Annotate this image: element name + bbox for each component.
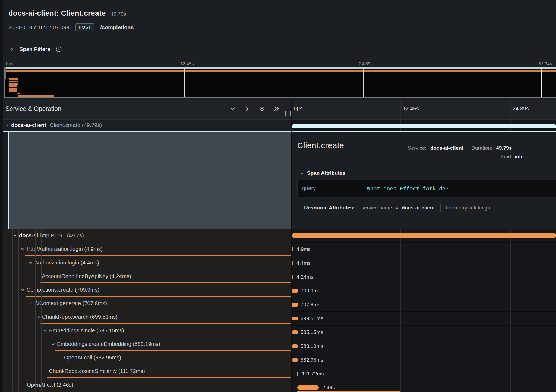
- span-lane[interactable]: 111.72ms: [292, 367, 556, 381]
- span-bar[interactable]: [292, 247, 293, 251]
- service-operation-column-title: Service & Operation: [5, 105, 61, 113]
- service-label: Service:: [408, 145, 427, 151]
- minimap-tick-0: 0μs: [6, 61, 14, 67]
- panel-resize-handle[interactable]: [285, 111, 291, 116]
- span-timeline-lanes: 4.9ms 4.4ms 4.24ms 709.9ms 707.8ms 699.5…: [292, 229, 556, 392]
- span-bar[interactable]: [292, 275, 293, 279]
- span-bar[interactable]: [297, 385, 319, 390]
- chevron-down-icon[interactable]: [29, 301, 33, 305]
- expand-all-icon[interactable]: [274, 106, 280, 112]
- attribute-key: query: [302, 185, 316, 192]
- span-bar[interactable]: [292, 289, 298, 293]
- chevron-down-icon[interactable]: [5, 123, 10, 127]
- root-span-bar[interactable]: [292, 124, 556, 128]
- chevron-down-icon[interactable]: [43, 329, 48, 333]
- trace-viewer: docs-ai-client: Client.create 49.79s 202…: [0, 0, 556, 392]
- span-bar[interactable]: [292, 330, 298, 334]
- span-row[interactable]: Completions.create (709.9ms): [3, 283, 291, 297]
- minimap-tick-2: 24.89s: [359, 61, 373, 67]
- span-service-name: docs-ai-client: [11, 122, 46, 128]
- timeline-tick-2: 24.89s: [513, 106, 529, 112]
- span-row-root[interactable]: docs-ai-client Client.create (49.79s): [3, 120, 291, 131]
- span-row-docs-ai[interactable]: docs-ai http POST (49.7s): [3, 229, 291, 242]
- page-title: docs-ai-client: Client.create: [8, 9, 106, 18]
- span-lane[interactable]: 4.4ms: [292, 256, 556, 270]
- duration-value: 49.79s: [496, 145, 512, 151]
- span-row[interactable]: ChunkRepo.cosineSimilarity (111.72ms): [3, 364, 291, 378]
- minimap-tick-1: 12.45s: [180, 61, 194, 67]
- trace-duration: 49.79s: [110, 11, 126, 17]
- resource-attr-value: docs-ai-client: [402, 205, 435, 211]
- span-row[interactable]: Embeddings.single (585.15ms): [3, 324, 291, 337]
- timeline-tick-1: 12.45s: [403, 106, 419, 112]
- info-icon[interactable]: [56, 46, 62, 52]
- span-row[interactable]: OpenAI.call (2.46s): [3, 378, 291, 391]
- span-filters-label[interactable]: Span Filters: [19, 46, 50, 52]
- span-bar[interactable]: [292, 303, 298, 307]
- trace-header: docs-ai-client: Client.create 49.79s 202…: [3, 0, 556, 39]
- span-lane[interactable]: 4.24ms: [292, 270, 556, 284]
- kind-label: Kind:: [501, 154, 512, 160]
- span-lane[interactable]: 709.9ms: [292, 284, 556, 298]
- span-detail-panel: Client.create Service: docs-ai-client Du…: [292, 132, 556, 229]
- span-lane[interactable]: [292, 229, 556, 243]
- span-lane[interactable]: 707.8ms: [292, 298, 556, 312]
- chevron-right-icon[interactable]: [297, 206, 301, 210]
- span-row[interactable]: Embeddings.createEmbedding (583.19ms): [3, 337, 291, 351]
- span-attributes-title[interactable]: Span Attributes: [307, 170, 345, 176]
- endpoint-path: /completions: [100, 24, 134, 31]
- span-lane[interactable]: 2.46s: [292, 381, 556, 392]
- span-bar[interactable]: [292, 261, 293, 265]
- span-attributes-table: query "What does Effect.fork do?": [297, 180, 556, 197]
- span-tree: docs-ai http POST (49.7s) Http/Authoriza…: [3, 229, 291, 392]
- chevron-down-icon[interactable]: [300, 171, 304, 175]
- left-gutter: [0, 0, 3, 392]
- span-row[interactable]: Authorization.login (4.4ms): [3, 256, 291, 269]
- minimap-drag-handle[interactable]: [5, 67, 6, 79]
- span-bar[interactable]: [292, 344, 298, 348]
- timeline-minimap[interactable]: [4, 67, 556, 98]
- span-row[interactable]: AiContext.generate (707.8ms): [3, 297, 291, 310]
- span-lane[interactable]: 4.9ms: [292, 243, 556, 256]
- chevron-down-icon[interactable]: [51, 342, 55, 346]
- minimap-root-span-bar: [5, 67, 556, 69]
- span-lane[interactable]: 583.19ms: [292, 339, 556, 353]
- kind-value: inte: [514, 154, 524, 160]
- span-bar[interactable]: [292, 317, 298, 320]
- span-filters-section: Span Filters: [3, 39, 556, 60]
- trace-timestamp: 2024-01-17 16:12:07.098: [8, 24, 70, 31]
- chevron-right-icon[interactable]: [10, 47, 14, 51]
- resource-attr-key: service.name: [361, 205, 392, 211]
- chevron-down-icon[interactable]: [13, 234, 17, 238]
- span-lane[interactable]: 582.95ms: [292, 353, 556, 367]
- http-method-badge: POST: [75, 23, 94, 31]
- chevron-down-icon[interactable]: [36, 315, 40, 319]
- span-lane[interactable]: 585.15ms: [292, 326, 556, 339]
- duration-label: Duration:: [471, 145, 492, 151]
- span-bar[interactable]: [292, 233, 556, 238]
- detail-panel-left: [8, 132, 292, 229]
- timeline-minimap-section: 0μs 12.45s 24.89s 37.34s: [3, 60, 556, 100]
- span-lane-root[interactable]: [292, 120, 556, 131]
- expand-one-icon[interactable]: [244, 106, 250, 112]
- panel-split-border[interactable]: [291, 100, 292, 392]
- minimap-tick-3: 37.34s: [538, 61, 552, 67]
- collapse-all-icon[interactable]: [259, 106, 265, 112]
- span-operation-name: Client.create (49.79s): [50, 122, 102, 128]
- timeline-tick-0: 0μs: [294, 106, 303, 112]
- resource-attr-extra: telemetry.sdk.langu: [446, 205, 490, 211]
- span-bar[interactable]: [297, 372, 298, 376]
- collapse-one-icon[interactable]: [230, 106, 236, 112]
- resource-attributes-title[interactable]: Resource Attributes:: [304, 205, 355, 211]
- span-row[interactable]: OpenAI.call (582.95ms): [3, 351, 291, 364]
- span-row[interactable]: ChunkRepo.search (699.51ms): [3, 310, 291, 324]
- minimap-cursor-line: [184, 67, 185, 97]
- service-value: docs-ai-client: [430, 145, 463, 151]
- attribute-value: "What does Effect.fork do?": [364, 185, 452, 192]
- span-lane[interactable]: 699.51ms: [292, 312, 556, 326]
- span-bar[interactable]: [292, 358, 298, 362]
- span-row[interactable]: AccountRepo.findByApiKey (4.24ms): [3, 269, 291, 283]
- span-row[interactable]: Http/Authorization.login (4.9ms): [3, 242, 291, 256]
- chevron-down-icon[interactable]: [29, 261, 33, 265]
- detail-panel-top-border: [3, 131, 556, 132]
